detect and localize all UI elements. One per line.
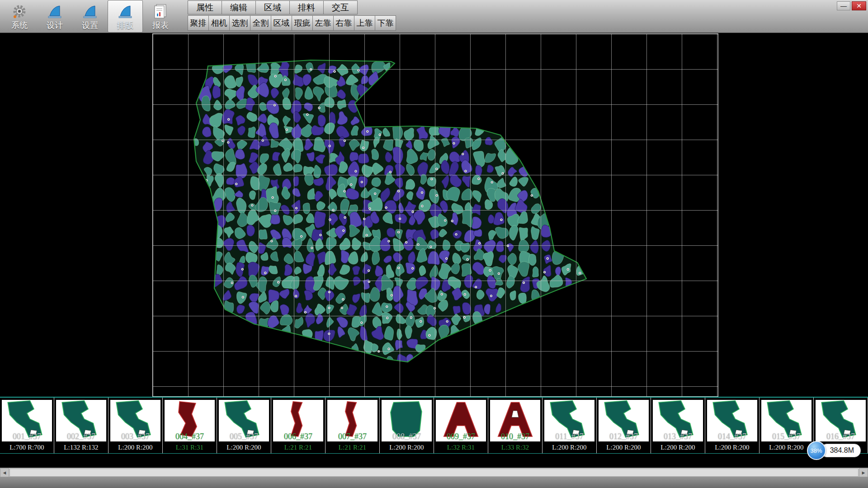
piece-lr-count: L:132 R:132 [56,441,106,453]
piece-thumbnail[interactable]: 015_#37 L:200 R:200 [760,398,814,453]
thumbnail-strip: 001_#37 L:700 R:700 002_#37 L:132 R:132 … [0,397,868,454]
scroll-right-arrow-icon[interactable]: ► [859,468,868,477]
tool-button[interactable]: 相机 [208,15,230,31]
menu-tab[interactable]: 属性 [188,0,222,14]
piece-lr-count: L:200 R:200 [382,441,432,453]
tool-button-label: 区域 [274,18,290,28]
piece-name: 008_#37 [382,432,432,441]
piece-thumbnail[interactable]: 001_#37 L:700 R:700 [0,398,54,453]
tool-button[interactable]: 上靠 [354,15,375,31]
tool-button[interactable]: 聚排 [188,15,209,31]
piece-lr-count: L:21 R:21 [273,441,323,453]
piece-thumbnail[interactable]: 003_#37 L:200 R:200 [108,398,163,453]
nav-settings-button[interactable]: 设置 [72,0,108,33]
menu-tab[interactable]: 排料 [289,0,324,14]
piece-thumbnail[interactable]: 008_#37 L:200 R:200 [380,398,434,453]
menu-tab[interactable]: 编辑 [222,0,256,14]
piece-lr-count: L:21 R:21 [327,441,377,453]
menu-tab-label: 属性 [196,2,213,14]
piece-preview: 002_#37 [56,400,106,441]
piece-name: 015_#37 [761,432,811,441]
piece-name: 006_#37 [273,432,323,441]
piece-preview: 001_#37 [2,400,52,441]
piece-thumbnail[interactable]: 005_#37 L:200 R:200 [217,398,271,453]
scroll-left-arrow-icon[interactable]: ◄ [0,468,9,477]
menu-tab-label: 区域 [264,2,281,14]
piece-name: 009_#37 [436,432,486,441]
piece-lr-count: L:200 R:200 [599,441,649,453]
piece-thumbnail[interactable]: 004_#37 L:31 R:31 [163,398,217,453]
nav-layout-button[interactable]: 排版 [108,0,143,33]
piece-lr-count: L:200 R:200 [219,441,269,453]
layout-icon [118,3,133,20]
nav-design-button[interactable]: 设计 [37,0,72,33]
nav-layout-label: 排版 [117,21,133,30]
report-icon [153,3,168,20]
tool-button-label: 右靠 [336,18,352,28]
tool-button[interactable]: 全割 [250,15,271,31]
nav-settings-label: 设置 [82,21,98,30]
piece-name: 014_#37 [707,432,757,441]
menu-tab[interactable]: 交互 [323,0,358,14]
menu-tab-label: 交互 [332,2,349,14]
piece-preview: 008_#37 [382,400,432,441]
piece-thumbnail[interactable]: 011_#37 L:200 R:200 [542,398,597,453]
piece-preview: 014_#37 [707,400,757,441]
menu-tab-label: 编辑 [230,2,247,14]
piece-name: 007_#37 [327,432,377,441]
tool-button[interactable]: 选割 [229,15,250,31]
tool-button-label: 选割 [232,18,248,28]
nav-system-button[interactable]: 系统 [2,0,37,33]
design-icon [47,3,62,20]
piece-preview: 012_#37 [599,400,649,441]
tool-button-label: 全割 [253,18,269,28]
memory-status: 38% 384.8M [807,441,861,460]
piece-thumbnail[interactable]: 014_#37 L:200 R:200 [705,398,760,453]
piece-preview: 010_#37 [490,400,540,441]
piece-thumbnail[interactable]: 002_#37 L:132 R:132 [54,398,108,453]
tool-button-label: 下靠 [377,18,394,28]
progress-badge: 38% [807,441,826,460]
piece-thumbnail[interactable]: 012_#37 L:200 R:200 [597,398,651,453]
piece-thumbnail[interactable]: 009_#37 L:32 R:31 [434,398,488,453]
piece-name: 016_#37 [816,432,866,441]
main-toolbar: 系统 设计 设置 [0,0,868,33]
memory-value: 384.8M [821,444,861,457]
piece-lr-count: L:33 R:32 [490,441,540,453]
piece-lr-count: L:32 R:31 [436,441,486,453]
piece-thumbnail[interactable]: 006_#37 L:21 R:21 [271,398,326,453]
tool-button[interactable]: 瑕疵 [292,15,313,31]
piece-name: 004_#37 [165,432,215,441]
piece-thumbnail[interactable]: 010_#37 L:33 R:32 [488,398,542,453]
scrollbar-thumb[interactable] [9,469,859,477]
piece-lr-count: L:200 R:200 [110,441,160,453]
nesting-canvas[interactable] [152,33,718,397]
tool-button-label: 聚排 [190,18,207,28]
piece-name: 011_#37 [544,432,594,441]
nav-design-label: 设计 [47,21,63,30]
piece-lr-count: L:200 R:200 [761,441,811,453]
nav-report-button[interactable]: 报表 [143,0,178,33]
tool-button[interactable]: 区域 [271,15,292,31]
tool-button[interactable]: 右靠 [333,15,354,31]
piece-thumbnail[interactable]: 013_#37 L:200 R:200 [651,398,705,453]
menu-column: 属性 编辑 区域 排料 交互 [188,0,396,31]
tool-button-label: 左靠 [315,18,331,28]
piece-preview: 003_#37 [110,400,160,441]
minimize-button[interactable]: — [837,1,850,10]
piece-name: 003_#37 [110,432,160,441]
close-button[interactable]: ✕ [852,1,866,10]
piece-name: 002_#37 [56,432,106,441]
piece-name: 001_#37 [2,432,52,441]
piece-name: 010_#37 [490,432,540,441]
piece-preview: 004_#37 [165,400,215,441]
menu-tab[interactable]: 区域 [255,0,290,14]
gear-icon [12,3,27,20]
tool-button[interactable]: 左靠 [312,15,334,31]
tool-button[interactable]: 下靠 [375,15,396,31]
piece-lr-count: L:200 R:200 [653,441,703,453]
status-footer [0,477,868,488]
piece-thumbnail[interactable]: 007_#37 L:21 R:21 [326,398,380,453]
horizontal-scrollbar[interactable]: ◄ ► [0,468,868,477]
piece-preview: 016_#37 [816,400,866,441]
